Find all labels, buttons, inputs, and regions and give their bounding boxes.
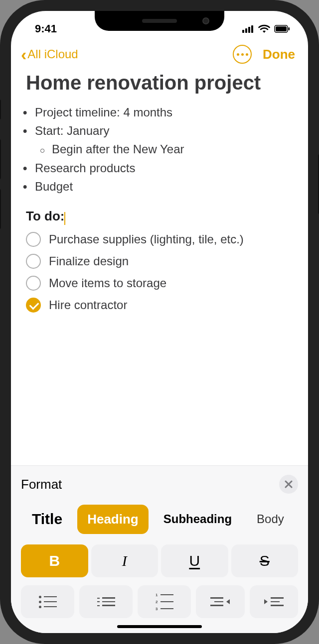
outdent-icon bbox=[210, 597, 230, 606]
checkbox-empty-icon[interactable] bbox=[26, 232, 41, 247]
close-button[interactable] bbox=[279, 475, 298, 494]
indent-icon bbox=[264, 597, 284, 606]
bulleted-list-icon bbox=[39, 596, 57, 608]
svg-rect-5 bbox=[276, 26, 287, 31]
checkbox-empty-icon[interactable] bbox=[26, 276, 41, 291]
underline-button[interactable]: U bbox=[161, 544, 228, 577]
text-format-row: B I U S bbox=[21, 544, 298, 577]
checklist-item[interactable]: Purchase supplies (lighting, tile, etc.) bbox=[26, 232, 293, 247]
list-item[interactable]: Start: January bbox=[35, 121, 293, 140]
dashed-list-button[interactable] bbox=[79, 585, 133, 618]
checkbox-checked-icon[interactable] bbox=[26, 298, 41, 313]
checklist[interactable]: Purchase supplies (lighting, tile, etc.)… bbox=[26, 232, 293, 313]
format-title: Format bbox=[21, 477, 62, 492]
bullet-list[interactable]: Project timeline: 4 months Start: Januar… bbox=[26, 103, 293, 196]
home-indicator[interactable] bbox=[117, 625, 202, 628]
bold-button[interactable]: B bbox=[21, 544, 88, 577]
numbered-list-icon: 1 2 3 bbox=[155, 593, 173, 611]
strikethrough-button[interactable]: S bbox=[231, 544, 299, 577]
list-item[interactable]: Begin after the New Year bbox=[52, 140, 293, 158]
note-content[interactable]: Home renovation project Project timeline… bbox=[11, 68, 308, 465]
bulleted-list-button[interactable] bbox=[21, 585, 74, 618]
svg-rect-2 bbox=[248, 27, 250, 33]
text-cursor bbox=[64, 212, 65, 225]
checkbox-empty-icon[interactable] bbox=[26, 254, 41, 269]
style-heading-button[interactable]: Heading bbox=[77, 505, 149, 534]
outdent-button[interactable] bbox=[196, 585, 244, 618]
style-title-button[interactable]: Title bbox=[22, 504, 72, 535]
list-item[interactable]: Research products bbox=[35, 159, 293, 177]
numbered-list-button[interactable]: 1 2 3 bbox=[138, 585, 191, 618]
format-panel: Format Title Heading Subheading Body B I… bbox=[11, 465, 308, 633]
note-title[interactable]: Home renovation project bbox=[26, 72, 293, 94]
text-style-row: Title Heading Subheading Body bbox=[21, 502, 298, 537]
back-button[interactable]: ‹ All iCloud bbox=[21, 46, 78, 63]
list-item[interactable]: Budget bbox=[35, 177, 293, 196]
device-frame: 9:41 ‹ All iCloud Done Home renovation p… bbox=[0, 0, 319, 644]
svg-rect-0 bbox=[242, 30, 244, 33]
battery-icon bbox=[274, 25, 290, 33]
italic-button[interactable]: I bbox=[91, 544, 159, 577]
wifi-icon bbox=[258, 24, 270, 33]
done-button[interactable]: Done bbox=[263, 47, 295, 62]
dashed-list-icon bbox=[97, 597, 115, 606]
notch bbox=[95, 11, 224, 31]
indent-button[interactable] bbox=[250, 585, 298, 618]
checklist-item[interactable]: Move items to storage bbox=[26, 276, 293, 291]
svg-rect-6 bbox=[289, 27, 290, 30]
list-item[interactable]: Project timeline: 4 months bbox=[35, 103, 293, 121]
status-icons bbox=[242, 24, 290, 33]
more-button[interactable] bbox=[233, 45, 252, 64]
note-heading[interactable]: To do: bbox=[26, 209, 64, 224]
screen: 9:41 ‹ All iCloud Done Home renovation p… bbox=[11, 11, 308, 633]
svg-rect-3 bbox=[251, 25, 253, 33]
status-time: 9:41 bbox=[35, 22, 57, 35]
nav-bar: ‹ All iCloud Done bbox=[11, 40, 308, 68]
back-label: All iCloud bbox=[27, 47, 78, 61]
svg-rect-1 bbox=[245, 28, 247, 33]
checklist-item[interactable]: Finalize design bbox=[26, 254, 293, 269]
style-subheading-button[interactable]: Subheading bbox=[154, 505, 242, 533]
cellular-icon bbox=[242, 25, 254, 33]
style-body-button[interactable]: Body bbox=[247, 505, 294, 533]
close-icon bbox=[285, 480, 293, 488]
chevron-left-icon: ‹ bbox=[21, 46, 26, 63]
checklist-item[interactable]: Hire contractor bbox=[26, 298, 293, 313]
